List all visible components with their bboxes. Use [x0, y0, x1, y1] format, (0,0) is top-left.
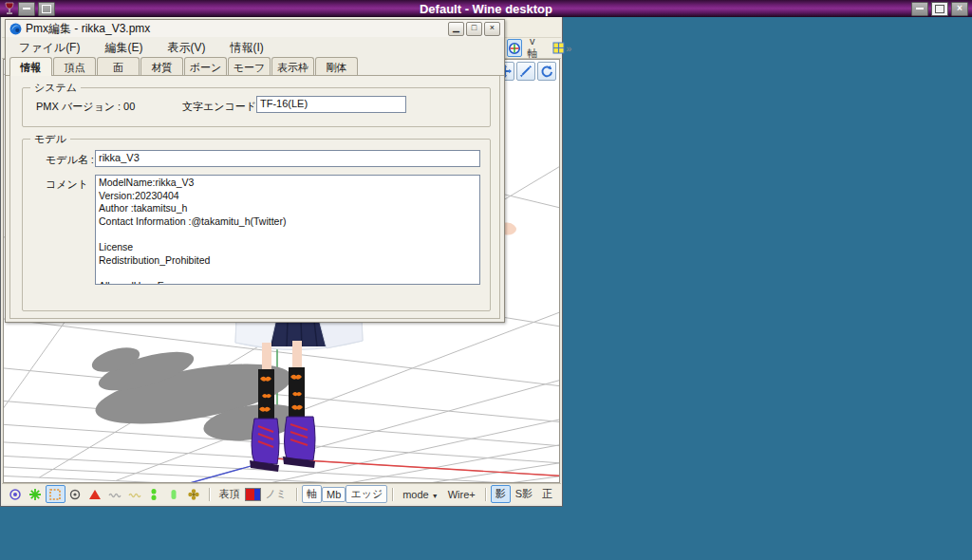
target-dot-icon[interactable] [6, 485, 26, 503]
model-name-label: モデル名 : [46, 153, 94, 167]
editor-titlebar[interactable]: Pmx編集 - rikka_V3.pmx ▁ □ × [6, 20, 504, 37]
overflow-chevron-icon[interactable]: » [566, 43, 571, 54]
mode-dropdown[interactable]: mode ▼ [398, 487, 443, 502]
system-group-label: システム [30, 81, 81, 95]
green-burst-icon[interactable] [26, 485, 46, 503]
menu-info[interactable]: 情報(I) [230, 40, 263, 53]
model-name-input[interactable]: rikka_V3 [95, 150, 480, 167]
edge-toggle[interactable]: エッジ [346, 485, 387, 503]
tab-displayframe[interactable]: 表示枠 [271, 57, 314, 75]
pmxview-bottom-toolbar: 表頂 ノミ 軸 Mb エッジ mode ▼ Wire+ 影 S影 正 [2, 483, 561, 504]
show-vertex-toggle[interactable]: 表頂 [215, 485, 245, 503]
tab-morph[interactable]: モーフ [228, 57, 271, 75]
info-tab-page: システム PMX バージョン : 00 文字エンコード : TF-16(LE) … [9, 76, 500, 319]
zoom-icon[interactable] [516, 62, 535, 81]
pmx-version-label: PMX バージョン : 00 [36, 100, 135, 114]
wire-toggle[interactable]: Wire+ [443, 487, 480, 502]
menu-view[interactable]: 表示(V) [167, 40, 205, 53]
encoding-label: 文字エンコード : [182, 100, 262, 114]
nomi-toggle[interactable]: ノミ [261, 485, 292, 503]
desktop-minimize-button[interactable] [18, 2, 35, 16]
gray-dot-icon[interactable] [65, 485, 85, 503]
mb-toggle[interactable]: Mb [322, 487, 346, 502]
rotate-icon[interactable] [537, 62, 556, 81]
capsules-icon[interactable] [144, 485, 164, 503]
vertex-color-swatch[interactable] [245, 488, 261, 501]
editor-tabstrip: 情報 頂点 面 材質 ボーン モーフ 表示枠 剛体 [6, 55, 504, 76]
wave-dim-icon[interactable] [124, 485, 144, 503]
editor-maximize-button[interactable]: □ [466, 22, 482, 36]
tab-face[interactable]: 面 [97, 57, 140, 75]
tab-vertex[interactable]: 頂点 [53, 57, 96, 75]
comment-textarea[interactable]: ModelName:rikka_V3 Version:20230404 Auth… [95, 175, 480, 285]
x-axis-red [277, 458, 559, 479]
tab-material[interactable]: 材質 [140, 57, 183, 75]
desktop-maximize-button-right[interactable] [931, 2, 948, 16]
shadow-toggle[interactable]: 影 [491, 485, 511, 503]
gizmo-target-icon[interactable] [507, 39, 522, 57]
dotted-selection-icon[interactable] [46, 485, 65, 503]
tab-rigidbody[interactable]: 剛体 [315, 57, 358, 75]
menu-edit[interactable]: 編集(E) [104, 40, 142, 53]
tab-bone[interactable]: ボーン [184, 57, 227, 75]
editor-menubar: ファイル(F) 編集(E) 表示(V) 情報(I) [6, 37, 504, 55]
desktop-title: Default - Wine desktop [0, 2, 972, 16]
comment-label: コメント [46, 177, 88, 192]
wave-icon[interactable] [104, 485, 124, 503]
editor-window-title: Pmx編集 - rikka_V3.pmx [26, 21, 150, 37]
editor-minimize-button[interactable]: ▁ [448, 22, 464, 36]
desktop-minimize-button-right[interactable] [911, 2, 928, 16]
desktop-maximize-button[interactable] [38, 2, 55, 16]
tab-info[interactable]: 情報 [9, 57, 52, 76]
quad-view-icon[interactable] [551, 39, 566, 57]
wine-desktop: { "desktop": { "title": "Default - Wine … [0, 0, 972, 560]
model-group-label: モデル [30, 132, 70, 146]
encoding-combobox[interactable]: TF-16(LE) [256, 96, 406, 113]
self-shadow-toggle[interactable]: S影 [511, 485, 537, 503]
desktop-titlebar: Default - Wine desktop × [0, 0, 972, 17]
editor-close-button[interactable]: × [484, 22, 500, 36]
menu-file[interactable]: ファイル(F) [19, 40, 80, 53]
normal-toggle[interactable]: 正 [537, 485, 557, 503]
model-groupbox: モデル モデル名 : rikka_V3 コメント ModelName:rikka… [22, 139, 491, 311]
red-triangle-icon[interactable] [84, 485, 104, 503]
desktop-close-button[interactable]: × [951, 2, 968, 16]
axis-toggle[interactable]: 軸 [302, 485, 322, 503]
wine-glass-icon [4, 2, 15, 15]
capsule-icon[interactable] [164, 485, 184, 503]
system-groupbox: システム PMX バージョン : 00 文字エンコード : TF-16(LE) [22, 87, 491, 127]
pmx-app-icon [9, 23, 22, 35]
pmx-editor-window: Pmx編集 - rikka_V3.pmx ▁ □ × ファイル(F) 編集(E)… [5, 19, 505, 323]
flower-icon[interactable] [184, 485, 204, 503]
